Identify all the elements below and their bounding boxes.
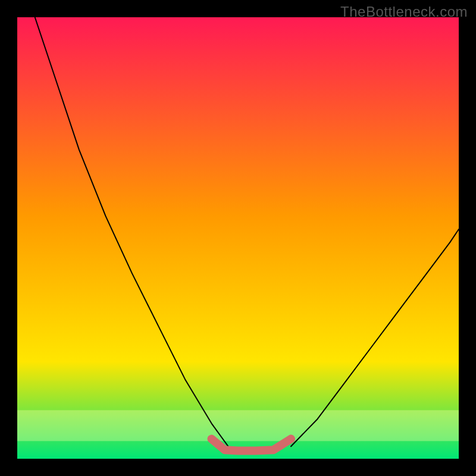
chart-frame: TheBottleneck.com [0, 0, 476, 476]
gradient-background [17, 17, 459, 459]
pale-band [17, 410, 459, 441]
plot-area [17, 17, 459, 459]
chart-svg [17, 17, 459, 459]
